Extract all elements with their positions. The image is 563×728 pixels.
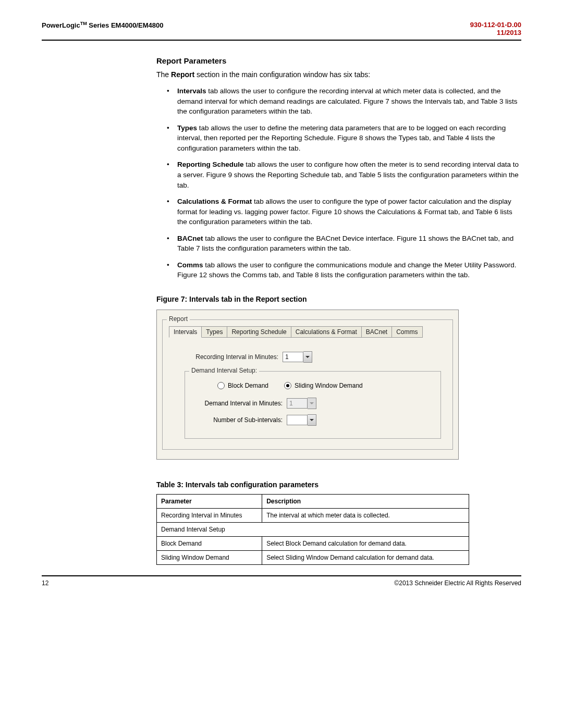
intro-suffix: section in the main configuration window… (194, 70, 370, 79)
page-header: PowerLogicTM Series EM4000/EM4800 930-11… (42, 21, 521, 41)
radio-icon[interactable] (217, 382, 225, 389)
th-description: Description (262, 495, 469, 509)
bullet-bold: Comms (177, 261, 203, 269)
radio-sliding-label: Sliding Window Demand (295, 382, 363, 389)
bullet-item: BACnet tab allows the user to configure … (167, 233, 521, 254)
bullet-item: Intervals tab allows the user to configu… (167, 86, 521, 117)
bullet-item: Comms tab allows the user to configure t… (167, 260, 521, 280)
recording-interval-row: Recording Interval in Minutes: 1 (185, 351, 441, 363)
tab-types[interactable]: Types (201, 326, 227, 338)
td-description: Select Sliding Window Demand calculation… (262, 551, 469, 565)
bullet-bold: Types (177, 124, 197, 132)
td-description: The interval at which meter data is coll… (262, 509, 469, 523)
trademark: TM (80, 21, 87, 26)
chevron-down-icon (305, 356, 310, 358)
radio-icon[interactable] (284, 382, 291, 389)
recording-interval-dropdown[interactable] (303, 351, 312, 363)
table-caption: Table 3: Intervals tab configuration par… (156, 480, 521, 489)
tab-calculations-format[interactable]: Calculations & Format (291, 326, 362, 338)
header-right: 930-112-01-D.00 11/2013 (470, 21, 521, 36)
bullet-text: tab allows the user to define the meteri… (177, 124, 506, 152)
bullet-text: tab allows the user to configure the BAC… (177, 235, 513, 253)
product-name-suffix: Series EM4000/EM4800 (87, 21, 164, 29)
figure-caption: Figure 7: Intervals tab in the Report se… (156, 295, 521, 303)
sub-intervals-label: Number of Sub-intervals: (191, 416, 283, 424)
page-number: 12 (42, 579, 48, 587)
sub-intervals-value[interactable] (287, 415, 308, 425)
demand-interval-dropdown (308, 398, 316, 409)
intro-paragraph: The Report section in the main configura… (156, 70, 521, 79)
tab-bacnet[interactable]: BACnet (361, 326, 392, 338)
demand-interval-minutes-row: Demand Interval in Minutes: 1 (191, 398, 434, 409)
doc-code: 930-112-01-D.00 (470, 21, 521, 29)
chevron-down-icon (310, 402, 314, 404)
radio-sliding-window[interactable]: Sliding Window Demand (284, 382, 363, 389)
sub-intervals-combo[interactable] (287, 414, 316, 426)
table-row: Demand Interval Setup (157, 523, 469, 537)
tab-body: Recording Interval in Minutes: 1 Demand … (169, 344, 446, 441)
header-left: PowerLogicTM Series EM4000/EM4800 (42, 21, 163, 29)
demand-interval-value: 1 (287, 398, 308, 409)
table-row: Block Demand Select Block Demand calcula… (157, 537, 469, 551)
td-parameter: Demand Interval Setup (157, 523, 469, 537)
table-row: Recording Interval in Minutes The interv… (157, 509, 469, 523)
bullet-list: Intervals tab allows the user to configu… (156, 86, 521, 280)
radio-block-demand[interactable]: Block Demand (217, 382, 268, 389)
report-groupbox: Report Intervals Types Reporting Schedul… (162, 319, 453, 450)
recording-interval-value[interactable]: 1 (283, 352, 303, 362)
demand-radio-row: Block Demand Sliding Window Demand (217, 382, 434, 389)
td-parameter: Block Demand (157, 537, 262, 551)
bullet-item: Reporting Schedule tab allows the user t… (167, 159, 521, 190)
td-parameter: Recording Interval in Minutes (157, 509, 262, 523)
table-row: Sliding Window Demand Select Sliding Win… (157, 551, 469, 565)
bullet-text: tab allows the user to configure the rec… (177, 87, 518, 115)
tab-comms[interactable]: Comms (391, 326, 422, 338)
bullet-item: Types tab allows the user to define the … (167, 123, 521, 154)
recording-interval-combo[interactable]: 1 (283, 351, 312, 363)
parameters-table: Parameter Description Recording Interval… (156, 494, 469, 565)
bullet-text: tab allows the user to configure the com… (177, 261, 517, 279)
recording-interval-label: Recording Interval in Minutes: (185, 353, 278, 361)
radio-block-label: Block Demand (228, 382, 268, 389)
chevron-down-icon (310, 419, 314, 421)
intro-prefix: The (156, 70, 171, 79)
td-parameter: Sliding Window Demand (157, 551, 262, 565)
sub-intervals-dropdown[interactable] (308, 414, 316, 426)
bullet-bold: Calculations & Format (177, 198, 252, 205)
report-legend: Report (167, 315, 190, 323)
copyright: ©2013 Schneider Electric All Rights Rese… (394, 579, 521, 587)
radio-dot-icon (286, 384, 289, 387)
demand-interval-groupbox: Demand Interval Setup: Block Demand Slid… (185, 371, 441, 439)
demand-interval-minutes-label: Demand Interval in Minutes: (191, 400, 283, 407)
doc-date: 11/2013 (470, 29, 521, 36)
bullet-item: Calculations & Format tab allows the use… (167, 196, 521, 227)
figure-7: Report Intervals Types Reporting Schedul… (156, 310, 459, 460)
bullet-bold: Reporting Schedule (177, 161, 244, 168)
tabs-row: Intervals Types Reporting Schedule Calcu… (169, 326, 446, 338)
bullet-bold: BACnet (177, 235, 203, 242)
td-description: Select Block Demand calculation for dema… (262, 537, 469, 551)
section-title: Report Parameters (156, 56, 521, 65)
bullet-bold: Intervals (177, 87, 206, 95)
table-header-row: Parameter Description (157, 495, 469, 509)
product-name-prefix: PowerLogic (42, 21, 80, 29)
page-footer: 12 ©2013 Schneider Electric All Rights R… (42, 575, 521, 587)
sub-intervals-row: Number of Sub-intervals: (191, 414, 434, 426)
intro-bold: Report (171, 70, 194, 79)
demand-interval-legend: Demand Interval Setup: (189, 367, 259, 374)
tab-reporting-schedule[interactable]: Reporting Schedule (227, 326, 291, 338)
demand-interval-combo: 1 (287, 398, 316, 409)
tab-intervals[interactable]: Intervals (169, 326, 202, 338)
th-parameter: Parameter (157, 495, 262, 509)
